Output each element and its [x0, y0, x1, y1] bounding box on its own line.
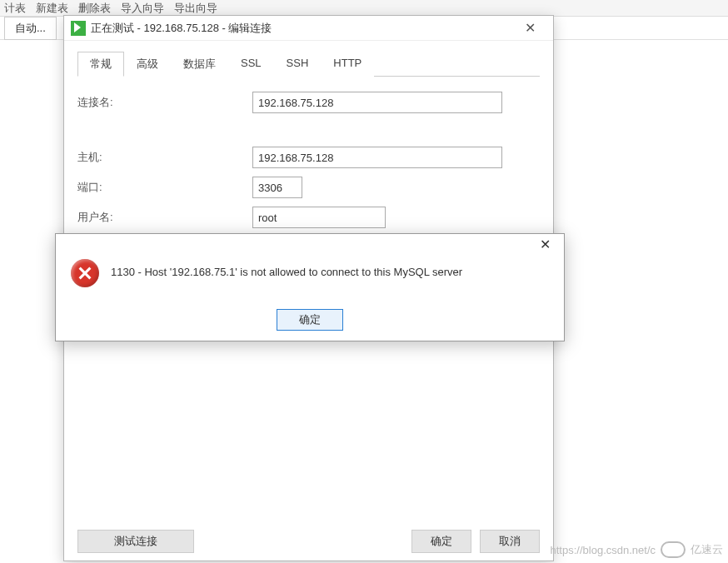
error-ok-button[interactable]: 确定 [277, 309, 343, 331]
close-icon[interactable]: ✕ [531, 235, 559, 253]
row-username: 用户名: [77, 207, 540, 228]
input-username[interactable] [252, 207, 386, 228]
toolbar-item[interactable]: 删除表 [78, 1, 111, 16]
row-port: 端口: [77, 177, 540, 198]
row-connection-name: 连接名: [77, 92, 540, 113]
label-host: 主机: [77, 150, 252, 165]
watermark-brand: 亿速云 [691, 542, 723, 557]
error-icon [71, 259, 99, 287]
toolbar-item[interactable]: 导出向导 [174, 1, 217, 16]
tab-ssh[interactable]: SSH [274, 52, 322, 77]
row-host: 主机: [77, 147, 540, 168]
tab-general[interactable]: 常规 [77, 52, 124, 77]
close-icon[interactable]: ✕ [513, 17, 546, 40]
label-username: 用户名: [77, 210, 252, 225]
app-icon [71, 21, 86, 36]
dialog-titlebar[interactable]: 正在测试 - 192.168.75.128 - 编辑连接 ✕ [64, 16, 553, 41]
label-port: 端口: [77, 180, 252, 195]
toolbar-item[interactable]: 导入向导 [121, 1, 164, 16]
dialog-footer: 测试连接 确定 取消 [64, 527, 553, 561]
watermark: https://blog.csdn.net/c 亿速云 [551, 541, 723, 558]
tab-strip: 常规 高级 数据库 SSL SSH HTTP [77, 51, 540, 77]
bg-tab[interactable]: 自动... [4, 17, 57, 40]
toolbar-item[interactable]: 新建表 [36, 1, 68, 16]
error-message-text: 1130 - Host '192.168.75.1' is not allowe… [111, 259, 462, 278]
background-toolbar: 计表 新建表 删除表 导入向导 导出向导 [0, 0, 728, 17]
tab-database[interactable]: 数据库 [171, 52, 228, 77]
watermark-url: https://blog.csdn.net/c [551, 544, 656, 556]
tab-http[interactable]: HTTP [321, 52, 374, 77]
tab-ssl[interactable]: SSL [228, 52, 274, 77]
ok-button[interactable]: 确定 [411, 530, 471, 553]
input-host[interactable] [252, 147, 502, 168]
label-connection-name: 连接名: [77, 95, 252, 110]
dialog-title: 正在测试 - 192.168.75.128 - 编辑连接 [91, 21, 513, 36]
cancel-button[interactable]: 取消 [480, 530, 540, 553]
error-dialog-footer: 确定 [56, 306, 564, 341]
cloud-icon [661, 541, 686, 558]
tab-advanced[interactable]: 高级 [124, 52, 171, 77]
error-dialog-titlebar: ✕ [56, 234, 564, 254]
input-connection-name[interactable] [252, 92, 502, 113]
input-port[interactable] [252, 177, 302, 198]
test-connection-button[interactable]: 测试连接 [77, 530, 194, 553]
error-dialog-body: 1130 - Host '192.168.75.1' is not allowe… [56, 254, 564, 306]
toolbar-item: 计表 [4, 1, 26, 16]
error-dialog: ✕ 1130 - Host '192.168.75.1' is not allo… [55, 233, 565, 341]
